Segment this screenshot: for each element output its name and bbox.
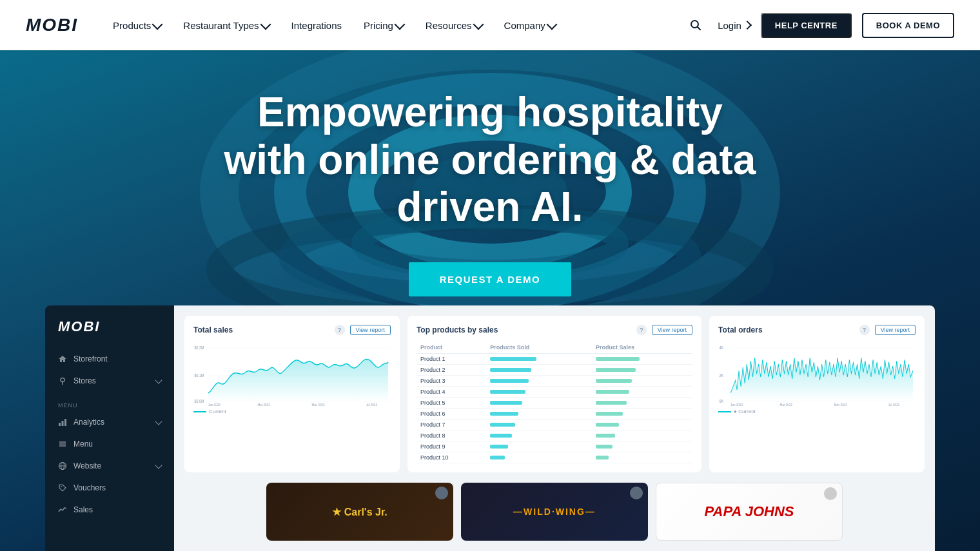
nav-company[interactable]: Company [495, 15, 565, 36]
table-row: Product 5 [416, 398, 692, 409]
help-icon[interactable]: ? [335, 325, 345, 335]
svg-text:Mar 2023: Mar 2023 [257, 402, 270, 406]
total-orders-chart: 4K 2K 0K Jan 2023 Mar 2023 May 2023 [718, 342, 916, 406]
nav-links: Products Restaurant Types Integrations P… [104, 15, 684, 36]
menu-icon [58, 440, 67, 449]
chevron-icon [155, 461, 162, 469]
hero-text: Empowering hospitality with online order… [95, 89, 885, 296]
request-demo-button[interactable]: REQUEST A DEMO [409, 262, 572, 296]
table-row: Product 2 [416, 365, 692, 376]
table-row: Product 6 [416, 409, 692, 420]
sales-bar [596, 456, 689, 459]
svg-text:$0.2M: $0.2M [195, 345, 204, 350]
sold-col-header: Products Sold [486, 342, 592, 354]
svg-rect-11 [64, 419, 66, 426]
brand-carls-jr: ★ Carl's Jr. [266, 483, 453, 541]
sidebar-item-sales[interactable]: Sales [45, 499, 174, 521]
product-col-header: Product [416, 342, 486, 354]
sold-bar [490, 412, 588, 416]
card-actions: ? View report [859, 325, 916, 335]
table-row: Product 10 [416, 452, 692, 463]
analytics-icon [58, 418, 67, 427]
nav-actions: Login HELP CENTRE BOOK A DEMO [684, 13, 954, 38]
tag-icon [58, 483, 67, 492]
home-icon [58, 354, 67, 363]
total-orders-card: Total orders ? View report [709, 316, 925, 472]
svg-text:Jan 2023: Jan 2023 [730, 402, 743, 406]
help-icon[interactable]: ? [859, 325, 870, 335]
hero-cta: REQUEST A DEMO [224, 262, 756, 296]
sidebar-item-stores[interactable]: Stores [45, 370, 174, 392]
sold-bar [490, 456, 588, 459]
sales-bar [596, 434, 689, 438]
avatar [435, 487, 448, 499]
chevron-icon [155, 418, 162, 425]
brand-logo: —WILD·WING— [513, 507, 596, 517]
sales-icon [58, 505, 67, 514]
card-title: Top products by sales [416, 325, 498, 334]
sidebar-item-website[interactable]: Website [45, 455, 174, 477]
sidebar-item-storefront[interactable]: Storefront [45, 348, 174, 370]
view-report-button[interactable]: View report [875, 325, 916, 335]
products-table: Product Products Sold Product Sales Prod… [416, 342, 692, 463]
avatar [824, 487, 837, 500]
sales-bar [596, 368, 689, 372]
sold-bar [490, 357, 588, 361]
sold-bar [490, 401, 588, 405]
card-header: Total sales ? View report [193, 325, 391, 335]
book-demo-button[interactable]: BOOK A DEMO [862, 13, 954, 38]
chevron-icon [155, 376, 162, 383]
svg-text:Jul 2023: Jul 2023 [366, 402, 377, 406]
main-dashboard: Total sales ? View report [174, 305, 935, 551]
card-title: Total sales [193, 325, 233, 334]
sales-bar [596, 423, 689, 427]
card-title: Total orders [718, 325, 762, 334]
svg-text:Jul 2023: Jul 2023 [888, 402, 899, 406]
table-row: Product 7 [416, 420, 692, 430]
sold-bar [490, 445, 588, 449]
nav-restaurant-types[interactable]: Restaurant Types [174, 15, 278, 36]
sold-bar [490, 434, 588, 438]
nav-products[interactable]: Products [104, 15, 170, 36]
sold-bar [490, 423, 588, 427]
navbar: MOBI Products Restaurant Types Integrati… [0, 0, 980, 50]
sold-bar [490, 379, 588, 383]
card-actions: ? View report [335, 325, 391, 335]
login-button[interactable]: Login [718, 20, 750, 31]
top-products-card: Top products by sales ? View report Prod… [407, 316, 701, 472]
nav-pricing[interactable]: Pricing [355, 15, 413, 36]
table-row: Product 4 [416, 387, 692, 398]
view-report-button[interactable]: View report [652, 325, 692, 335]
logo[interactable]: MOBI [26, 15, 78, 35]
brand-logo: ★ Carl's Jr. [332, 506, 387, 518]
card-header: Total orders ? View report [718, 325, 916, 335]
total-sales-card: Total sales ? View report [184, 316, 400, 472]
view-report-button[interactable]: View report [350, 325, 391, 335]
chevron-down-icon [152, 19, 163, 30]
help-centre-button[interactable]: HELP CENTRE [761, 13, 852, 38]
chevron-down-icon [394, 19, 405, 30]
search-icon [689, 19, 702, 32]
sales-bar [596, 445, 689, 449]
svg-text:2K: 2K [720, 372, 724, 378]
external-link-icon [743, 21, 752, 30]
svg-rect-9 [59, 423, 61, 426]
avatar [630, 487, 643, 499]
nav-integrations[interactable]: Integrations [282, 15, 351, 36]
svg-point-14 [61, 486, 62, 487]
sold-bar [490, 390, 588, 394]
sold-bar [490, 368, 588, 372]
brands-row: ★ Carl's Jr. —WILD·WING— PAPA JOHNS [184, 483, 925, 541]
brand-papa-johns: PAPA JOHNS [656, 483, 843, 541]
svg-text:0K: 0K [720, 398, 724, 403]
svg-text:May 2023: May 2023 [834, 402, 847, 406]
sidebar-item-analytics[interactable]: Analytics [45, 411, 174, 433]
help-icon[interactable]: ? [636, 325, 647, 335]
sidebar-item-menu[interactable]: Menu [45, 433, 174, 455]
chevron-down-icon [546, 19, 557, 30]
sales-bar [596, 357, 689, 361]
nav-resources[interactable]: Resources [416, 15, 491, 36]
sidebar-item-vouchers[interactable]: Vouchers [45, 477, 174, 499]
search-button[interactable] [684, 14, 707, 37]
sales-bar [596, 412, 689, 416]
